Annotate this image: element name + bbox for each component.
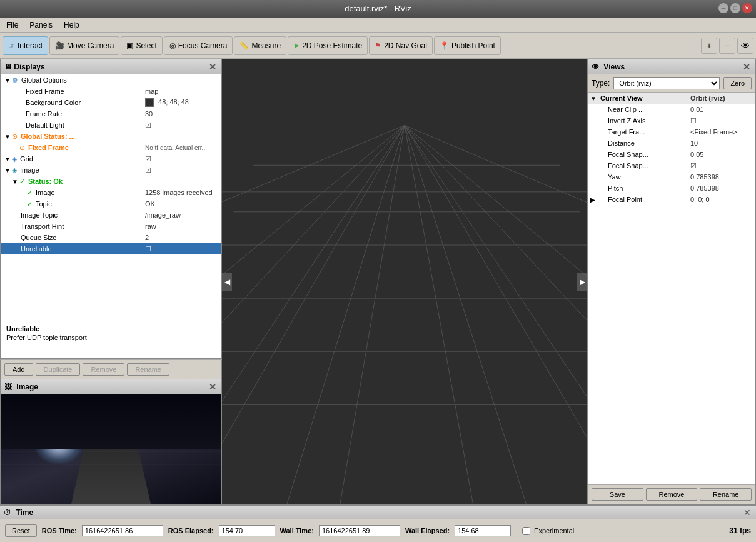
- grid-svg: [222, 59, 587, 504]
- camera-image: [1, 394, 221, 504]
- tree-row-grid[interactable]: ▼ ◈ Grid ☑: [1, 153, 221, 164]
- view-row-distance[interactable]: Distance 10: [588, 138, 755, 149]
- pose-estimate-button[interactable]: ➤ 2D Pose Estimate: [288, 36, 368, 55]
- tree-row-fixed-frame-warn[interactable]: ⊙ Fixed Frame No tf data. Actual err...: [1, 142, 221, 153]
- view-row-near-clip[interactable]: Near Clip ... 0.01: [588, 104, 755, 115]
- image-arrow[interactable]: ▼: [4, 167, 12, 174]
- ros-elapsed-input[interactable]: [219, 525, 275, 536]
- view-row-invert-z[interactable]: Invert Z Axis ☐: [588, 115, 755, 126]
- grid-arrow[interactable]: ▼: [4, 156, 12, 163]
- minimize-button[interactable]: ─: [718, 3, 728, 13]
- view-row-target-frame[interactable]: Target Fra... <Fixed Frame>: [588, 126, 755, 138]
- views-close-button[interactable]: ✕: [742, 62, 752, 72]
- views-header: 👁 Views ✕: [588, 59, 755, 74]
- maximize-button[interactable]: □: [730, 3, 740, 13]
- publish-point-button[interactable]: 📍 Publish Point: [434, 36, 501, 55]
- view-row-current-view[interactable]: ▼ Current View Orbit (rviz): [588, 93, 755, 104]
- wall-time-input[interactable]: [319, 525, 400, 536]
- fixed-frame-warn-label: Fixed Frame: [27, 144, 145, 151]
- tree-row-transport-hint[interactable]: Transport Hint raw: [1, 221, 221, 232]
- remove-toolbar-btn[interactable]: −: [719, 38, 735, 54]
- reset-button[interactable]: Reset: [5, 524, 37, 537]
- focal-point-arrow[interactable]: ▶: [590, 196, 598, 203]
- remove-button[interactable]: Remove: [83, 363, 124, 376]
- menu-file[interactable]: File: [4, 20, 21, 30]
- add-button[interactable]: Add: [4, 363, 33, 376]
- current-view-arrow[interactable]: ▼: [590, 95, 598, 102]
- tree-row-frame-rate[interactable]: Frame Rate 30: [1, 108, 221, 119]
- yaw-key: Yaw: [598, 173, 690, 181]
- tree-row-image-topic[interactable]: Image Topic /image_raw: [1, 209, 221, 221]
- type-select[interactable]: Orbit (rviz): [613, 77, 720, 89]
- add-toolbar-btn[interactable]: +: [701, 38, 717, 54]
- views-save-button[interactable]: Save: [592, 488, 643, 501]
- bg-color-box[interactable]: [145, 98, 154, 107]
- duplicate-button[interactable]: Duplicate: [36, 363, 81, 376]
- global-options-icon: ⚙: [12, 76, 18, 84]
- titlebar: default.rviz* - RViz ─ □ ✕: [0, 0, 756, 18]
- experimental-checkbox[interactable]: [522, 527, 530, 535]
- select-label: Select: [136, 41, 156, 50]
- default-light-value: ☑: [145, 121, 220, 129]
- menu-panels[interactable]: Panels: [27, 20, 55, 30]
- viewport-arrow-left[interactable]: ◀: [222, 273, 232, 291]
- global-status-label: Global Status: ...: [19, 133, 220, 140]
- time-close-button[interactable]: ✕: [742, 508, 752, 518]
- tree-row-global-status[interactable]: ▼ ⊙ Global Status: ...: [1, 131, 221, 142]
- tree-row-status-ok[interactable]: ▼ ✓ Status: Ok: [1, 176, 221, 187]
- wall-time-label: Wall Time:: [280, 527, 314, 534]
- views-remove-button[interactable]: Remove: [646, 488, 698, 501]
- nav-goal-label: 2D Nav Goal: [384, 41, 427, 50]
- tree-row-global-options[interactable]: ▼ ⚙ Global Options: [1, 74, 221, 86]
- bg-color-label: Background Color: [24, 99, 145, 106]
- tree-row-default-light[interactable]: Default Light ☑: [1, 119, 221, 131]
- view-row-yaw[interactable]: Yaw 0.785398: [588, 171, 755, 183]
- move-camera-button[interactable]: 🎥 Move Camera: [49, 36, 119, 55]
- view-row-focal-point[interactable]: ▶ Focal Point 0; 0; 0: [588, 194, 755, 205]
- rename-button[interactable]: Rename: [127, 363, 169, 376]
- focus-camera-button[interactable]: ◎ Focus Camera: [164, 36, 233, 55]
- interact-button[interactable]: ☞ Interact: [3, 36, 48, 55]
- global-options-arrow[interactable]: ▼: [4, 77, 12, 84]
- view-row-focal-shape1[interactable]: Focal Shap... 0.05: [588, 149, 755, 160]
- timebar: ⏱ Time ✕ Reset ROS Time: ROS Elapsed: Wa…: [0, 504, 756, 542]
- view-row-pitch[interactable]: Pitch 0.785398: [588, 183, 755, 194]
- select-icon: ▣: [126, 41, 133, 50]
- tree-row-image-status[interactable]: ✓ Image 1258 images received: [1, 187, 221, 198]
- view-row-focal-shape2[interactable]: Focal Shap... ☑: [588, 160, 755, 171]
- time-header: ⏱ Time ✕: [0, 506, 756, 519]
- status-ok-arrow[interactable]: ▼: [12, 178, 19, 185]
- ros-time-input[interactable]: [82, 525, 163, 536]
- viewport-arrow-right[interactable]: ▶: [577, 273, 587, 291]
- desc-title: Unreliable: [6, 325, 216, 333]
- displays-close-button[interactable]: ✕: [208, 62, 218, 72]
- wall-elapsed-input[interactable]: [455, 525, 511, 536]
- nav-goal-button[interactable]: ⚑ 2D Nav Goal: [369, 36, 433, 55]
- measure-button[interactable]: 📏 Measure: [234, 36, 286, 55]
- focus-camera-label: Focus Camera: [178, 41, 228, 50]
- unreliable-label: Unreliable: [19, 245, 145, 253]
- displays-tree[interactable]: ▼ ⚙ Global Options Fixed Frame map Backg…: [1, 74, 221, 321]
- menu-help[interactable]: Help: [61, 20, 82, 30]
- image-icon: ◈: [12, 166, 17, 174]
- select-button[interactable]: ▣ Select: [121, 36, 162, 55]
- image-panel-close-button[interactable]: ✕: [208, 382, 218, 392]
- close-button[interactable]: ✕: [742, 3, 752, 13]
- pose-estimate-label: 2D Pose Estimate: [302, 41, 362, 50]
- viewport[interactable]: ◀ ▶: [222, 59, 587, 504]
- image-value: ☑: [145, 166, 220, 174]
- target-frame-key: Target Fra...: [598, 128, 690, 136]
- displays-icon: 🖥: [4, 63, 12, 71]
- interact-label: Interact: [18, 41, 43, 50]
- views-rename-button[interactable]: Rename: [700, 488, 752, 501]
- tree-row-image[interactable]: ▼ ◈ Image ☑: [1, 164, 221, 176]
- global-status-arrow[interactable]: ▼: [4, 133, 12, 140]
- tree-row-topic-status[interactable]: ✓ Topic OK: [1, 198, 221, 209]
- eye-toolbar-btn[interactable]: 👁: [737, 38, 753, 54]
- tree-row-bg-color[interactable]: Background Color 48; 48; 48: [1, 97, 221, 108]
- tree-row-fixed-frame[interactable]: Fixed Frame map: [1, 86, 221, 97]
- zero-button[interactable]: Zero: [723, 77, 752, 89]
- toolbar: ☞ Interact 🎥 Move Camera ▣ Select ◎ Focu…: [0, 33, 756, 59]
- tree-row-queue-size[interactable]: Queue Size 2: [1, 232, 221, 243]
- tree-row-unreliable[interactable]: Unreliable ☐: [1, 243, 221, 254]
